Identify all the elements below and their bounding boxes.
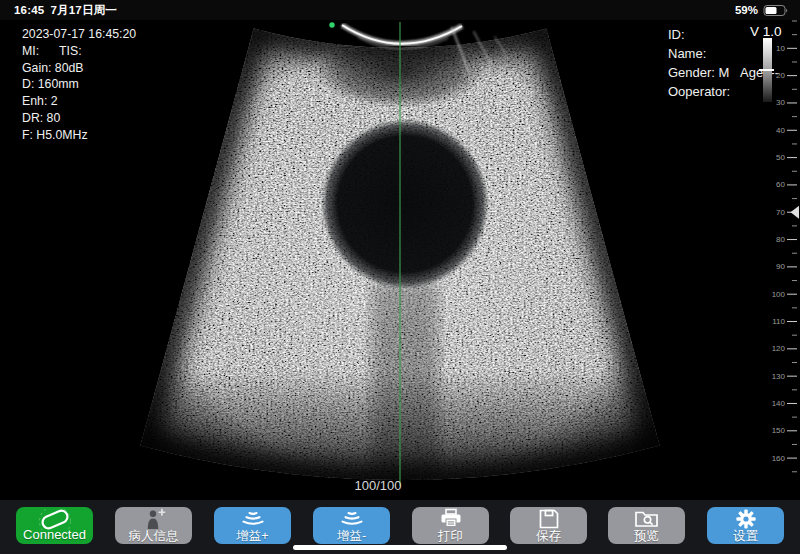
status-time: 16:45: [14, 4, 44, 16]
status-date: 7月17日周一: [50, 4, 117, 16]
svg-text:20: 20: [776, 71, 785, 80]
svg-text:140: 140: [772, 399, 786, 408]
ultrasound-app-window: 16:457月17日周一 59%: [0, 0, 800, 554]
gain-plus-label: 增益+: [236, 530, 268, 543]
svg-text:40: 40: [776, 126, 785, 135]
scan-parameters-panel: 2023-07-17 16:45:20 MI:TIS: Gain: 80dB D…: [22, 26, 136, 144]
gain-waves-icon: [339, 508, 365, 530]
gain-value: Gain: 80dB: [22, 60, 136, 77]
svg-text:50: 50: [776, 153, 785, 162]
svg-text:60: 60: [776, 180, 785, 189]
svg-text:100: 100: [772, 290, 786, 299]
svg-text:150: 150: [772, 426, 786, 435]
preview-label: 预览: [634, 530, 659, 543]
status-datetime: 16:457月17日周一: [14, 3, 123, 18]
svg-text:10: 10: [776, 44, 785, 53]
home-indicator[interactable]: [293, 545, 507, 550]
gain-plus-button[interactable]: 增益+: [214, 507, 291, 544]
depth-value: D: 160mm: [22, 76, 136, 93]
enh-value: Enh: 2: [22, 93, 136, 110]
gain-minus-button[interactable]: 增益-: [313, 507, 390, 544]
freq-value: F: H5.0MHz: [22, 127, 136, 144]
svg-text:130: 130: [772, 372, 786, 381]
print-button[interactable]: 打印: [412, 507, 489, 544]
svg-text:120: 120: [772, 344, 786, 353]
gear-icon: [734, 508, 758, 530]
patient-info-label: 病人信息: [129, 530, 179, 543]
tis-label: TIS:: [59, 44, 82, 58]
gain-minus-label: 增益-: [337, 530, 366, 543]
ultrasound-image-area[interactable]: 2023-07-17 16:45:20 MI:TIS: Gain: 80dB D…: [0, 20, 800, 500]
patient-gender: Gender: M: [668, 65, 729, 80]
preview-button[interactable]: 预览: [608, 507, 685, 544]
depth-ruler: 102030405060708090100110120130140150160: [755, 20, 800, 500]
svg-text:110: 110: [772, 317, 785, 326]
connected-button[interactable]: Connected: [16, 507, 93, 544]
folder-preview-icon: [633, 508, 661, 530]
save-label: 保存: [536, 530, 561, 543]
save-button[interactable]: 保存: [510, 507, 587, 544]
battery-fill: [766, 7, 777, 14]
battery-percent: 59%: [735, 4, 758, 16]
status-bar: 16:457月17日周一 59%: [0, 0, 800, 21]
svg-text:160: 160: [772, 454, 786, 463]
scan-datetime: 2023-07-17 16:45:20: [22, 26, 136, 43]
settings-button[interactable]: 设置: [707, 507, 784, 544]
print-label: 打印: [438, 530, 463, 543]
svg-text:80: 80: [776, 235, 785, 244]
connected-label: Connected: [23, 528, 86, 541]
mi-label: MI:: [22, 44, 39, 58]
printer-icon: [438, 508, 464, 530]
floppy-save-icon: [537, 508, 561, 530]
svg-text:30: 30: [776, 98, 785, 107]
battery-icon: [763, 4, 790, 17]
patient-add-icon: [141, 508, 167, 530]
settings-label: 设置: [733, 530, 758, 543]
anechoic-cyst: [321, 119, 489, 289]
dr-value: DR: 80: [22, 110, 136, 127]
frame-counter: 100/100: [340, 478, 416, 493]
svg-text:70: 70: [776, 208, 785, 217]
gain-waves-icon: [240, 508, 266, 530]
svg-text:90: 90: [776, 262, 785, 271]
orientation-dot: [329, 22, 334, 27]
patient-info-button[interactable]: 病人信息: [115, 507, 192, 544]
focus-marker-arrow: [791, 206, 800, 219]
